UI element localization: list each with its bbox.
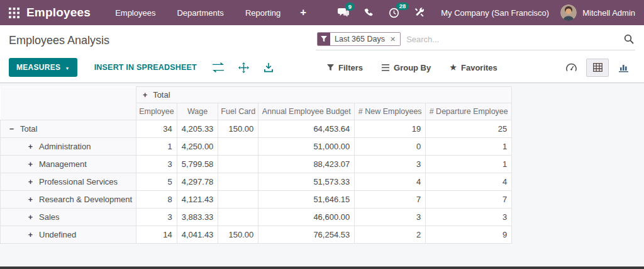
pivot-cell: 150.00: [218, 120, 258, 138]
dashboard-view-button[interactable]: [560, 59, 582, 77]
pivot-cell: 51,000.00: [258, 138, 355, 156]
pivot-view-button[interactable]: [586, 59, 609, 77]
search-facet: Last 365 Days ✕: [317, 32, 401, 46]
activities-clock-icon[interactable]: 28: [389, 8, 399, 18]
expand-row-icon[interactable]: +: [27, 142, 34, 151]
pivot-row-header[interactable]: +Administration: [1, 138, 136, 156]
pivot-row-header[interactable]: +Professional Services: [1, 173, 136, 191]
pivot-cell: 3: [426, 209, 512, 226]
facet-remove-icon[interactable]: ✕: [389, 33, 400, 45]
pivot-row: +Undefined144,041.43150.0076,254.5329: [1, 226, 512, 244]
main-menu: Employees Departments Reporting +: [104, 0, 315, 25]
favorites-menu[interactable]: ★ Favorites: [450, 63, 497, 72]
pivot-cell: 1: [136, 138, 177, 156]
pivot-cell: 5,799.58: [177, 156, 218, 173]
search-icon[interactable]: [624, 34, 634, 44]
pivot-cell: 1: [426, 138, 512, 156]
pivot-row: +Management35,799.5888,423.0731: [1, 156, 512, 173]
pivot-cell: [218, 138, 258, 156]
pivot-cell: 3: [355, 156, 426, 173]
download-icon[interactable]: [264, 62, 274, 72]
menu-reporting[interactable]: Reporting: [235, 0, 291, 25]
filters-label: Filters: [338, 63, 363, 72]
pivot-row-header[interactable]: +Research & Development: [1, 191, 136, 209]
user-menu[interactable]: Mitchell Admin: [582, 8, 635, 18]
pivot-cell: 64,453.64: [258, 120, 355, 138]
window-edge: [0, 266, 644, 269]
expand-row-icon[interactable]: +: [27, 213, 34, 222]
pivot-cell: 76,254.53: [258, 226, 355, 244]
pivot-row-header[interactable]: +Sales: [1, 209, 136, 226]
measure-header-departure-employee[interactable]: # Departure Employee: [426, 103, 512, 120]
pivot-cell: 4,297.78: [177, 173, 218, 191]
search-bar[interactable]: Last 365 Days ✕: [316, 31, 635, 50]
expand-column-icon[interactable]: +: [142, 91, 148, 100]
favorites-label: Favorites: [461, 63, 497, 72]
bar-chart-view-button[interactable]: [613, 59, 635, 77]
pivot-row-header[interactable]: +Undefined: [1, 226, 136, 244]
pivot-row-label: Total: [20, 124, 37, 134]
collapse-row-icon[interactable]: −: [8, 125, 15, 134]
plus-icon[interactable]: +: [291, 6, 315, 19]
measure-header-fuel-card[interactable]: Fuel Card: [218, 103, 258, 120]
expand-row-icon[interactable]: +: [27, 178, 34, 186]
phone-icon[interactable]: [364, 8, 374, 18]
filters-menu[interactable]: Filters: [327, 63, 363, 72]
pivot-cell: 3: [136, 209, 177, 226]
pivot-row-label: Administration: [39, 142, 91, 151]
user-avatar[interactable]: [560, 4, 577, 21]
expand-row-icon[interactable]: +: [27, 160, 34, 169]
tools-icon[interactable]: [414, 8, 425, 18]
pivot-cell: [218, 209, 258, 226]
messages-icon[interactable]: 9: [338, 8, 349, 18]
pivot-body: −Total344,205.33150.0064,453.641925+Admi…: [1, 120, 512, 244]
pivot-cell: 88,423.07: [258, 156, 355, 173]
pivot-row-label: Undefined: [39, 230, 76, 239]
pivot-cell: 9: [426, 226, 512, 244]
expand-row-icon[interactable]: +: [27, 195, 34, 204]
measure-header-new-employees[interactable]: # New Employees: [355, 103, 426, 120]
activities-badge: 28: [396, 3, 409, 11]
view-switcher: [560, 59, 635, 77]
pivot-column-group-row: +Total: [1, 87, 512, 103]
pivot-cell: [218, 156, 258, 173]
company-switcher[interactable]: My Company (San Francisco): [441, 8, 549, 18]
measure-header-annual-employee-budget[interactable]: Annual Employee Budget: [258, 103, 355, 120]
pivot-row: +Professional Services54,297.7851,573.33…: [1, 173, 512, 191]
pivot-cell: 3: [136, 156, 177, 173]
pivot-row-label: Sales: [39, 212, 60, 222]
pivot-row-header[interactable]: −Total: [1, 120, 136, 138]
pivot-cell: 7: [426, 191, 512, 209]
pivot-row-label: Research & Development: [39, 195, 132, 204]
pivot-view-content: +Total Employee Wage Fuel Card Annual Em…: [0, 83, 644, 266]
menu-departments[interactable]: Departments: [166, 0, 234, 25]
expand-row-icon[interactable]: +: [27, 231, 34, 239]
search-options: Filters Group By ★ Favorites: [327, 63, 497, 72]
measures-button[interactable]: MEASURES ▼: [9, 58, 77, 77]
favorites-star-icon: ★: [450, 63, 457, 72]
pivot-cell: 2: [355, 226, 426, 244]
app-title[interactable]: Employees: [26, 6, 91, 20]
group-by-label: Group By: [394, 63, 431, 72]
search-input[interactable]: [406, 35, 624, 44]
measure-header-wage[interactable]: Wage: [177, 103, 218, 120]
measures-button-label: MEASURES: [16, 63, 60, 72]
expand-all-icon[interactable]: [238, 62, 249, 73]
pivot-row-header[interactable]: +Management: [1, 156, 136, 173]
pivot-cell: 4: [426, 173, 512, 191]
pivot-row-label: Management: [39, 159, 87, 169]
pivot-cell: 4,205.33: [177, 120, 218, 138]
pivot-cell: 25: [426, 120, 512, 138]
flip-axis-icon[interactable]: [213, 62, 224, 72]
pivot-column-header-total[interactable]: +Total: [136, 87, 512, 103]
messages-badge: 9: [345, 3, 354, 11]
insert-in-spreadsheet-button[interactable]: INSERT IN SPREADSHEET: [94, 63, 197, 72]
pivot-row-label: Professional Services: [39, 177, 118, 186]
group-by-icon: [382, 64, 389, 71]
pivot-cell: 4,250.00: [177, 138, 218, 156]
apps-grid-icon[interactable]: [9, 8, 19, 18]
pivot-cell: 5: [136, 173, 177, 191]
measure-header-employee[interactable]: Employee: [136, 103, 177, 120]
group-by-menu[interactable]: Group By: [382, 63, 431, 72]
menu-employees[interactable]: Employees: [104, 0, 166, 25]
